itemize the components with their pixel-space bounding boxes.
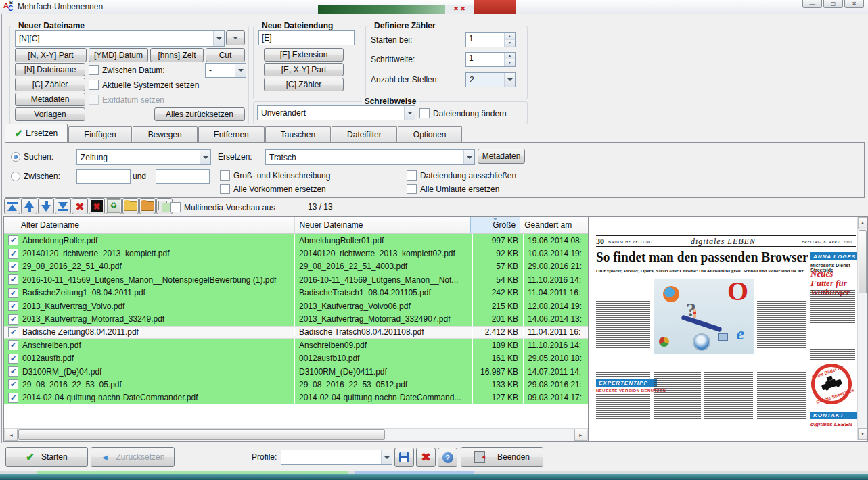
scroll-left-icon[interactable]: ◄ [5,429,18,441]
search-radio[interactable]: Suchen: [11,152,53,162]
move-down-icon[interactable] [38,198,54,214]
profile-combo[interactable] [281,450,392,465]
delete-all-icon[interactable]: ✖ [89,198,105,214]
between-input-2[interactable] [156,169,210,184]
close-button[interactable]: ✕ [844,0,864,8]
all-occurrences-checkbox[interactable]: Alle Vorkommen ersetzen [220,184,326,194]
row-checkbox[interactable]: ✔ [8,379,18,389]
row-checkbox[interactable]: ✔ [8,235,18,245]
row-checkbox[interactable]: ✔ [8,366,18,377]
digits-combo[interactable]: 2 [465,72,516,87]
counter-token-button[interactable]: [C] Zähler [15,78,85,91]
scroll-right-icon[interactable]: ► [574,429,587,441]
spin-down-icon[interactable]: ▼ [505,40,515,47]
reset-button[interactable]: ◄ Zurücksetzen [91,447,175,467]
exclude-extension-checkbox[interactable]: Dateiendung ausschließen [407,170,516,181]
case-combo[interactable]: Unverändert [257,105,415,120]
table-row[interactable]: ✔29_08_2016_22_51_40.pdf29_08_2016_22_51… [4,260,588,273]
horizontal-scrollbar[interactable]: ◄ ► [4,428,588,441]
umlauts-checkbox[interactable]: Alle Umlaute ersetzen [407,184,499,194]
delete-profile-button[interactable]: ✖ [416,448,436,467]
extension-part-button[interactable]: [E, X-Y] Part [264,63,344,76]
replace-combo[interactable]: Tratsch [265,149,475,165]
minimize-button[interactable]: — [802,0,822,8]
between-radio[interactable]: Zwischen: [11,172,60,181]
folder-add-icon[interactable] [139,198,156,214]
table-row[interactable]: ✔AbmeldungRoller.pdfAbmeldungRoller01.pd… [4,234,588,247]
scroll-up-icon[interactable]: ▲ [858,217,867,229]
spin-up-icon[interactable]: ▲ [505,33,515,40]
column-header-new-name[interactable]: Neuer Dateiname [295,217,470,233]
tab-tauschen[interactable]: Tauschen [265,126,331,142]
step-spinner[interactable]: 1 ▲▼ [465,52,516,67]
row-checkbox[interactable]: ✔ [8,288,18,298]
tab-entfernen[interactable]: Entfernen [198,126,265,142]
row-checkbox[interactable]: ✔ [8,393,18,403]
start-button[interactable]: ✔ Starten [5,447,88,467]
extension-token-button[interactable]: [E] Extension [264,48,344,62]
help-button[interactable]: ? [438,448,457,467]
table-row[interactable]: ✔2014-02-04-quittung-nachn-DateCommander… [4,391,588,404]
replace-metadata-button[interactable]: Metadaten [478,149,525,164]
case-sensitive-checkbox[interactable]: Groß- und Kleinschreibung [220,170,330,181]
table-row[interactable]: ✔2016-10-11_41569_Lütgens_Manon__Notensp… [4,273,588,286]
multimedia-preview-checkbox[interactable]: Multimedia-Vorschau aus [170,202,275,212]
date-button[interactable]: [YMD] Datum [89,48,148,62]
preview-vertical-scrollbar[interactable]: ▲ ▼ [857,217,867,440]
move-up-icon[interactable] [21,198,37,214]
row-checkbox[interactable]: ✔ [8,274,18,285]
spin-down-icon[interactable]: ▼ [505,59,515,66]
row-checkbox[interactable]: ✔ [8,354,18,364]
tab-einfügen[interactable]: Einfügen [68,126,131,142]
extension-pattern-input[interactable]: [E] [258,30,355,45]
metadata-button[interactable]: Metadaten [15,93,85,106]
between-input-1[interactable] [76,169,131,184]
table-row[interactable]: ✔Badische Zeitung08.04.2011.pdfBadische … [4,326,588,339]
maximize-button[interactable]: ▢ [823,0,843,8]
row-checkbox[interactable]: ✔ [8,301,18,311]
table-row[interactable]: ✔Anschreiben.pdfAnschreiben09.pdf189 KB1… [4,339,588,352]
column-header-size[interactable]: Größe [470,217,520,233]
between-date-checkbox[interactable]: Zwischen Datum: [89,65,165,75]
recycle-icon[interactable]: ♻ [106,198,122,214]
tab-optionen[interactable]: Optionen [398,126,462,142]
table-row[interactable]: ✔2013_Kaufvertrag_Volvo.pdf2013_Kaufvert… [4,299,588,312]
row-checkbox[interactable]: ✔ [8,340,18,350]
date-separator-combo[interactable]: - [205,63,246,78]
start-at-spinner[interactable]: 1 ▲▼ [465,32,516,47]
cut-button[interactable]: Cut [206,48,245,62]
row-checkbox[interactable]: ✔ [8,249,18,259]
save-profile-button[interactable] [394,448,414,467]
row-checkbox[interactable]: ✔ [8,314,18,325]
scrollbar-thumb[interactable] [859,230,867,293]
table-row[interactable]: ✔D3100RM_(De)04.pdfD3100RM_(De)0411.pdf1… [4,365,588,378]
delete-icon[interactable]: ✖ [72,198,88,214]
move-top-icon[interactable] [4,198,20,214]
folder-open-icon[interactable] [122,198,139,214]
table-row[interactable]: ✔29_08_2016_22_53_05.pdf29_08_2016_22_53… [4,378,588,391]
tab-ersetzen[interactable]: ✔Ersetzen [5,124,68,142]
row-checkbox[interactable]: ✔ [8,262,18,272]
table-row[interactable]: ✔BadischeZeitung1_08.04.2011.pdfBadische… [4,287,588,299]
column-header-modified[interactable]: Geändert am [520,217,588,233]
move-bottom-icon[interactable] [55,198,71,214]
spin-up-icon[interactable]: ▲ [505,53,515,59]
scrollbar-thumb[interactable] [18,429,385,440]
templates-button[interactable]: Vorlagen [15,107,85,121]
search-combo[interactable]: Zeitung [76,149,211,165]
change-extension-checkbox[interactable]: Dateiendung ändern [419,108,507,118]
tab-dateifilter[interactable]: Dateifilter [332,126,397,142]
filename-token-button[interactable]: [N] Dateiname [15,63,85,76]
reset-all-button[interactable]: Alles zurücksetzen [154,107,245,121]
table-row[interactable]: ✔20140120_richtwerte_2013_komplett.pdf20… [4,247,588,260]
pattern-menu-button[interactable] [226,30,245,45]
table-row[interactable]: ✔2013_Kaufvertrag_Motorrad_33249.pdf2013… [4,312,588,325]
name-part-button[interactable]: [N, X-Y] Part [15,48,87,62]
extension-counter-button[interactable]: [C] Zähler [264,78,344,91]
scroll-down-icon[interactable]: ▼ [858,428,867,440]
time-button[interactable]: [hnns] Zeit [150,48,204,62]
filename-pattern-combo[interactable]: [N][C] [15,30,225,47]
tab-bewegen[interactable]: Bewegen [133,126,198,142]
column-header-old-name[interactable]: Alter Dateiname [4,217,295,233]
row-checkbox[interactable]: ✔ [8,327,18,337]
